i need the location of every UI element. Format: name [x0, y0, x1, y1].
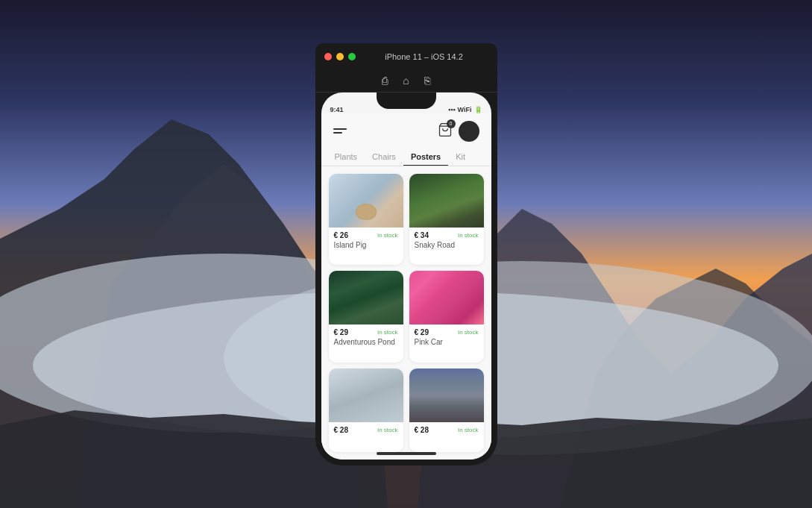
product-price-row: € 28 In stock — [415, 426, 479, 434]
product-price: € 28 — [415, 426, 429, 434]
battery-icon: 🔋 — [474, 106, 482, 113]
app-content: 0 Plants Chairs Posters Kit — [321, 113, 491, 460]
cart-button[interactable]: 0 — [438, 122, 453, 140]
phone-bezel: 9:41 ▪▪▪ WiFi 🔋 — [315, 92, 497, 465]
product-name: Island Pig — [334, 241, 398, 249]
product-price: € 29 — [334, 328, 348, 336]
tab-chairs[interactable]: Chairs — [365, 148, 403, 166]
product-price-row: € 34 In stock — [415, 231, 479, 239]
product-price: € 26 — [334, 231, 348, 239]
menu-line-1 — [333, 128, 347, 130]
product-price-row: € 26 In stock — [334, 231, 398, 239]
simulator-title: iPhone 11 – iOS 14.2 — [385, 52, 463, 61]
product-image-pink-car — [409, 271, 484, 324]
in-stock-badge: In stock — [377, 427, 398, 433]
tab-plants[interactable]: Plants — [327, 148, 365, 166]
wifi-icon: WiFi — [458, 106, 472, 113]
product-card-city-street[interactable]: € 28 In stock — [409, 369, 484, 452]
product-price-row: € 29 In stock — [415, 328, 479, 336]
product-name: Adventurous Pond — [334, 338, 398, 346]
in-stock-badge: In stock — [458, 427, 479, 433]
product-card-rock-formation[interactable]: € 28 In stock — [329, 369, 403, 452]
product-price: € 34 — [415, 231, 429, 239]
fullscreen-dot[interactable] — [348, 53, 356, 60]
product-info-island-pig: € 26 In stock Island Pig — [329, 228, 403, 254]
minimize-dot[interactable] — [336, 53, 344, 60]
screenshot-icon[interactable]: ⎙ — [382, 75, 388, 87]
phone-notch — [377, 92, 436, 109]
phone-screen: 9:41 ▪▪▪ WiFi 🔋 — [321, 92, 491, 460]
in-stock-badge: In stock — [377, 329, 398, 336]
product-image-snaky-road — [409, 174, 484, 228]
close-dot[interactable] — [324, 53, 332, 60]
product-name: Pink Car — [415, 338, 479, 346]
product-card-adventurous-pond[interactable]: € 29 In stock Adventurous Pond — [329, 271, 403, 363]
top-nav: 0 — [321, 113, 491, 148]
status-time: 9:41 — [330, 106, 344, 113]
product-price-row: € 28 In stock — [334, 426, 398, 434]
product-card-snaky-road[interactable]: € 34 In stock Snaky Road — [409, 174, 484, 266]
product-info-city-street: € 28 In stock — [409, 422, 484, 440]
signal-icon: ▪▪▪ — [448, 106, 456, 113]
in-stock-badge: In stock — [458, 232, 479, 239]
product-card-island-pig[interactable]: € 26 In stock Island Pig — [329, 174, 403, 266]
product-card-pink-car[interactable]: € 29 In stock Pink Car — [409, 271, 484, 363]
in-stock-badge: In stock — [377, 232, 398, 239]
category-tabs: Plants Chairs Posters Kit — [321, 148, 491, 166]
menu-line-2 — [333, 132, 342, 134]
product-image-rock-formation — [329, 369, 403, 422]
product-info-adventurous-pond: € 29 In stock Adventurous Pond — [329, 324, 403, 351]
product-image-island-pig — [329, 174, 403, 228]
product-price: € 29 — [415, 328, 429, 336]
in-stock-badge: In stock — [458, 329, 479, 336]
product-name: Snaky Road — [415, 241, 479, 249]
user-avatar[interactable] — [459, 121, 479, 142]
cart-badge: 0 — [447, 119, 456, 128]
product-info-rock-formation: € 28 In stock — [329, 422, 403, 440]
hamburger-menu-button[interactable] — [333, 128, 347, 134]
share-toolbar-icon[interactable]: ⎘ — [424, 75, 430, 87]
simulator-container: iPhone 11 – iOS 14.2 ⎙ ⌂ ⎘ 9:41 ▪▪▪ WiFi… — [315, 43, 497, 465]
products-grid: € 26 In stock Island Pig € 34 In st — [321, 166, 491, 460]
status-right: ▪▪▪ WiFi 🔋 — [448, 106, 482, 113]
product-image-adventurous-pond — [329, 271, 403, 324]
simulator-titlebar: iPhone 11 – iOS 14.2 — [315, 43, 497, 70]
home-toolbar-icon[interactable]: ⌂ — [403, 75, 409, 87]
product-price-row: € 29 In stock — [334, 328, 398, 336]
tab-posters[interactable]: Posters — [403, 148, 448, 166]
product-info-snaky-road: € 34 In stock Snaky Road — [409, 228, 484, 254]
product-image-city-street — [409, 369, 484, 422]
tab-kit[interactable]: Kit — [448, 148, 473, 166]
product-info-pink-car: € 29 In stock Pink Car — [409, 324, 484, 351]
product-price: € 28 — [334, 426, 348, 434]
simulator-toolbar: ⎙ ⌂ ⎘ — [315, 70, 497, 92]
nav-right: 0 — [438, 121, 479, 142]
home-indicator[interactable] — [377, 452, 436, 455]
